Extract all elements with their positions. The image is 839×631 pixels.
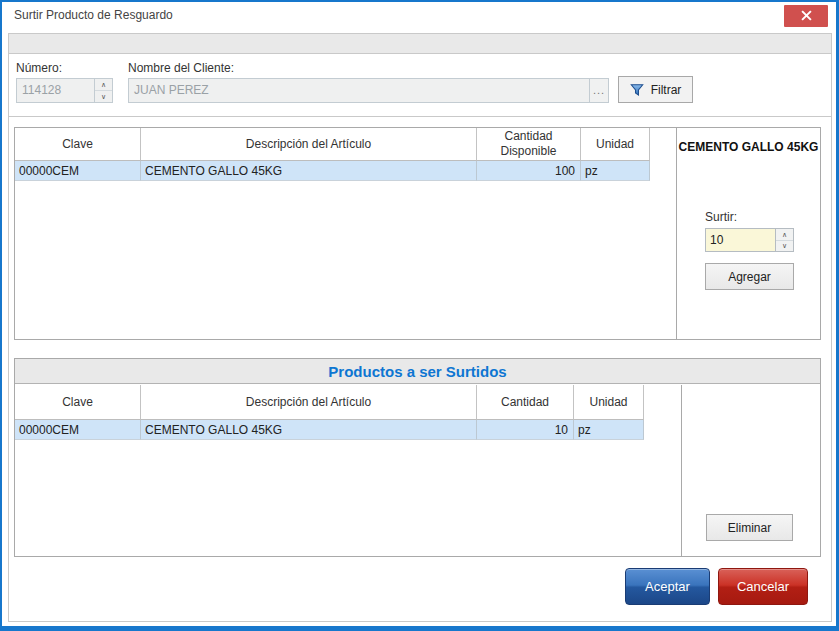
header-descripcion[interactable]: Descripción del Artículo (141, 128, 477, 161)
toolbar-strip (8, 33, 832, 54)
cell-unidad: pz (574, 420, 644, 440)
table-row[interactable]: 00000CEM CEMENTO GALLO 45KG 10 pz (15, 420, 644, 440)
header-clave[interactable]: Clave (15, 385, 141, 420)
section-header-bar: Productos a ser Surtidos (15, 359, 820, 384)
header-unidad[interactable]: Unidad (581, 128, 650, 161)
selected-products-table: Clave Descripción del Artículo Cantidad … (15, 385, 644, 440)
agregar-button[interactable]: Agregar (705, 263, 794, 290)
selected-products-group: Productos a ser Surtidos Clave Descripci… (14, 358, 821, 557)
cell-cantidad: 10 (477, 420, 574, 440)
numero-value: 114128 (17, 79, 94, 102)
numero-spinner: 114128 ∧ ∨ (16, 78, 113, 103)
available-products-table: Clave Descripción del Artículo Cantidad … (15, 128, 650, 181)
window-title: Surtir Producto de Resguardo (14, 8, 173, 22)
header-clave[interactable]: Clave (15, 128, 141, 161)
close-icon (801, 7, 812, 25)
table-row[interactable]: 00000CEM CEMENTO GALLO 45KG 100 pz (15, 161, 650, 181)
cell-clave: 00000CEM (15, 161, 141, 181)
cliente-input: JUAN PEREZ (128, 78, 590, 103)
header-unidad[interactable]: Unidad (574, 385, 644, 420)
cell-descripcion: CEMENTO GALLO 45KG (141, 161, 477, 181)
eliminar-button[interactable]: Eliminar (706, 514, 793, 541)
group-divider (681, 385, 682, 556)
filtrar-button[interactable]: Filtrar (618, 76, 693, 103)
spin-up-icon[interactable]: ∧ (776, 229, 793, 241)
surtir-value: 10 (706, 229, 775, 251)
header-descripcion[interactable]: Descripción del Artículo (141, 385, 477, 420)
filter-icon (630, 83, 644, 97)
numero-label: Número: (16, 61, 62, 75)
spin-down-icon: ∨ (95, 91, 112, 102)
spin-down-icon[interactable]: ∨ (776, 241, 793, 252)
group-divider (676, 128, 677, 339)
spin-up-icon: ∧ (95, 79, 112, 91)
dialog-surtir-producto: Surtir Producto de Resguardo Número: 114… (0, 0, 839, 631)
numero-spin-buttons: ∧ ∨ (94, 79, 112, 102)
table-header-row: Clave Descripción del Artículo Cantidad … (15, 128, 650, 161)
cliente-value: JUAN PEREZ (129, 79, 589, 102)
table-header-row: Clave Descripción del Artículo Cantidad … (15, 385, 644, 420)
close-button[interactable] (784, 5, 828, 27)
selected-product-name: CEMENTO GALLO 45KG (677, 139, 820, 155)
surtir-input[interactable]: 10 ∧ ∨ (705, 228, 794, 252)
header-cantidad[interactable]: Cantidad (477, 385, 574, 420)
section-title: Productos a ser Surtidos (328, 363, 506, 380)
available-products-group: Clave Descripción del Artículo Cantidad … (14, 127, 821, 340)
fields-separator (8, 116, 832, 117)
browse-button[interactable]: ... (589, 78, 609, 103)
header-cantidad-disponible[interactable]: Cantidad Disponible (477, 128, 581, 161)
cell-unidad: pz (581, 161, 650, 181)
cancelar-button[interactable]: Cancelar (718, 568, 808, 605)
surtir-label: Surtir: (705, 210, 737, 224)
cliente-label: Nombre del Cliente: (128, 61, 234, 75)
cell-cantidad: 100 (477, 161, 581, 181)
surtir-spin-buttons[interactable]: ∧ ∨ (775, 229, 793, 251)
cell-clave: 00000CEM (15, 420, 141, 440)
filtrar-label: Filtrar (651, 83, 682, 97)
cell-descripcion: CEMENTO GALLO 45KG (141, 420, 477, 440)
aceptar-button[interactable]: Aceptar (625, 568, 710, 605)
